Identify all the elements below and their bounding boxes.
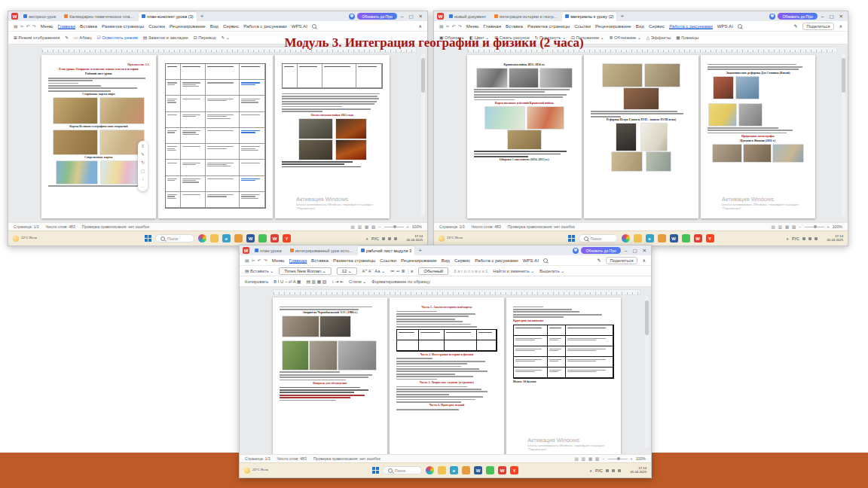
toolbar-button[interactable]: З а г о л о в о к 1 <box>454 269 487 273</box>
toolbar-button[interactable]: Выделить ⌄ <box>539 269 564 273</box>
zoom-out-button[interactable]: − <box>799 224 801 229</box>
wps-logo[interactable]: W <box>437 13 444 20</box>
close-button[interactable]: ✕ <box>838 14 845 20</box>
taskbar-app-edge[interactable]: e <box>450 466 458 474</box>
search-icon[interactable] <box>543 258 548 263</box>
wps-logo[interactable]: W <box>243 247 249 254</box>
taskbar-search[interactable]: Поиск <box>155 234 194 242</box>
network-icon[interactable] <box>802 237 805 240</box>
menu-item-8[interactable]: Сервис <box>454 258 470 263</box>
menu-item-6[interactable]: Рецензирование <box>401 258 437 263</box>
toolbar-button[interactable]: ≣ Обтекание ⌄ <box>610 35 641 40</box>
float-tool-icon-3[interactable]: ↻ <box>141 160 145 165</box>
taskbar-app-whatsapp[interactable] <box>258 234 267 242</box>
menu-item-1[interactable]: Меню <box>41 23 53 29</box>
zoom-slider-thumb[interactable] <box>814 225 817 228</box>
vertical-scrollbar[interactable] <box>421 53 425 216</box>
user-avatar-icon[interactable] <box>573 248 579 254</box>
toolbar-button[interactable]: ✎ <box>65 35 69 40</box>
maximize-button[interactable]: ▢ <box>827 14 835 20</box>
view-mode-icon-4[interactable]: ▧ <box>371 224 375 229</box>
collapse-ribbon-icon[interactable]: ∧ <box>418 23 422 29</box>
toolbar-button[interactable]: ⊞ Сжать рисунок <box>494 35 529 40</box>
document-tab-3[interactable]: план-конспект урока (3) <box>139 12 197 21</box>
vertical-scrollbar[interactable] <box>645 296 649 448</box>
zoom-slider[interactable] <box>608 459 628 459</box>
redo-icon[interactable]: ↷ <box>32 23 36 29</box>
taskbar-app-word[interactable]: W <box>246 234 255 242</box>
volume-icon[interactable] <box>808 237 811 240</box>
volume-icon[interactable] <box>388 237 391 240</box>
start-button[interactable] <box>568 235 575 242</box>
menu-item-5[interactable]: Ссылки <box>148 23 165 29</box>
taskbar-app-photos[interactable] <box>426 466 434 474</box>
search-icon[interactable] <box>738 24 742 29</box>
toolbar-button[interactable]: ✎ ⌄ <box>222 35 230 40</box>
document-tab-3[interactable]: рабочий лист модуля 3 <box>358 246 414 255</box>
menu-item-7[interactable]: Вид <box>442 258 450 263</box>
weather-widget[interactable]: 22°C Ясно <box>13 236 43 242</box>
view-mode-icon-3[interactable]: ▦ <box>365 224 368 229</box>
battery-icon[interactable] <box>618 469 621 472</box>
language-indicator[interactable]: РУС <box>792 236 799 241</box>
zoom-in-button[interactable]: + <box>827 224 830 229</box>
toolbar-button[interactable]: △ Эффекты <box>646 35 671 40</box>
taskbar-app-wps[interactable]: W <box>270 234 279 242</box>
document-tab-2[interactable]: Календарно-тематическое пла... <box>61 12 136 21</box>
toolbar-button[interactable]: ⊞ Режим отображения <box>14 35 60 40</box>
upgrade-pill-button[interactable]: Обновить до Про <box>581 247 620 254</box>
view-mode-icon-1[interactable]: ▤ <box>350 224 354 229</box>
menu-item-4[interactable]: Разметка страницы <box>333 258 375 263</box>
toolbar-button[interactable]: ⊡ Положение ⌄ <box>571 35 604 40</box>
menu-item-2[interactable]: Главная <box>289 258 307 264</box>
edit-pen-icon[interactable]: ✎ <box>793 23 797 29</box>
edit-pen-icon[interactable]: ✎ <box>597 258 601 263</box>
toolbar-button[interactable]: ▭ Абзац <box>74 35 91 40</box>
taskbar-app-yandex[interactable]: Y <box>283 234 291 242</box>
taskbar-app-word[interactable]: W <box>670 234 678 242</box>
collapse-ribbon-icon[interactable]: ∧ <box>839 23 842 29</box>
menu-item-2[interactable]: Главная <box>484 23 502 29</box>
tray-chevron-icon[interactable]: ∧ <box>786 236 789 241</box>
zoom-in-button[interactable]: + <box>631 456 633 461</box>
float-tool-icon-5[interactable]: ↓ <box>142 176 144 181</box>
taskbar-app-mail[interactable] <box>234 234 243 242</box>
menu-item-5[interactable]: Ссылки <box>380 258 396 263</box>
taskbar-app-explorer[interactable] <box>634 234 642 242</box>
user-avatar-icon[interactable] <box>769 14 775 20</box>
taskbar-search[interactable]: Поиск <box>579 234 618 242</box>
taskbar-clock[interactable]: 17:1405.04.2025 <box>827 235 843 242</box>
view-mode-icon-1[interactable]: ▤ <box>771 224 775 229</box>
zoom-out-button[interactable]: − <box>378 224 381 229</box>
document-tab-1[interactable]: план урока <box>252 246 285 255</box>
view-mode-icon-4[interactable]: ▧ <box>595 456 599 461</box>
toolbar-button[interactable]: B I U ~ x² A ▦ <box>274 279 301 284</box>
start-button[interactable] <box>145 235 151 242</box>
save-icon[interactable]: ▤ <box>245 258 249 263</box>
menu-item-2[interactable]: Главная <box>58 23 76 29</box>
float-tool-icon-4[interactable]: ▢ <box>141 168 145 173</box>
taskbar-app-explorer[interactable] <box>438 466 446 474</box>
toolbar-button[interactable]: Форматирование по образцу <box>371 279 430 284</box>
taskbar-app-mail[interactable] <box>462 466 470 474</box>
zoom-slider[interactable] <box>805 227 824 227</box>
toolbar-button[interactable]: Times New Roman ⌄ <box>279 267 332 275</box>
network-icon[interactable] <box>382 237 385 240</box>
menu-item-9[interactable]: Работа с рисунками <box>669 23 712 29</box>
view-mode-icon-4[interactable]: ▧ <box>792 224 796 229</box>
toolbar-button[interactable]: ▤ Заметки и закладки <box>143 35 188 40</box>
scrollbar-thumb[interactable] <box>421 58 425 93</box>
new-tab-button[interactable]: + <box>619 13 625 20</box>
menu-item-9[interactable]: Работа с рисунками <box>243 23 286 29</box>
toolbar-button[interactable]: ▦ Границы <box>676 35 698 40</box>
toolbar-button[interactable]: ▤ Вставить ⌄ <box>245 269 274 273</box>
zoom-slider-thumb[interactable] <box>393 225 396 228</box>
menu-item-4[interactable]: Разметка страницы <box>527 23 570 29</box>
menu-item-7[interactable]: Вид <box>636 23 644 29</box>
toolbar-button[interactable]: ≔ ≕ ≣ ⋮≡ <box>390 269 413 273</box>
taskbar-search[interactable]: Поиск <box>383 466 422 474</box>
document-tab-1[interactable]: экспресс-урок <box>20 12 59 21</box>
menu-item-5[interactable]: Ссылки <box>574 23 591 29</box>
zoom-slider-thumb[interactable] <box>617 457 620 460</box>
menu-item-3[interactable]: Вставка <box>80 23 97 29</box>
